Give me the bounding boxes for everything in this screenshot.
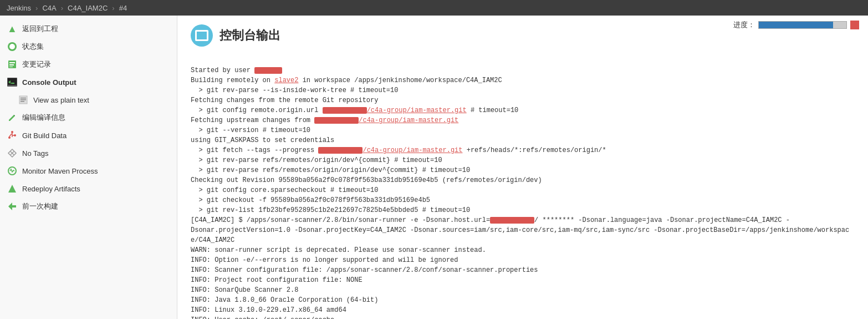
console-output-text: Started by user Building remotely on sla… [191, 55, 855, 319]
svg-rect-11 [21, 98, 26, 99]
sidebar-label-view-plain-text: View as plain text [33, 96, 89, 104]
breadcrumb-c4a[interactable]: C4A [42, 4, 56, 12]
sidebar-label-no-tags: No Tags [22, 149, 48, 158]
svg-rect-12 [21, 99, 26, 100]
svg-marker-26 [8, 202, 16, 210]
sidebar-label-prev-build: 前一次构建 [22, 201, 58, 211]
sidebar-item-status[interactable]: 状态集 [0, 38, 177, 55]
breadcrumb-build[interactable]: #4 [119, 4, 127, 12]
svg-point-1 [9, 44, 15, 49]
svg-rect-9 [11, 83, 14, 84]
status-icon [7, 41, 18, 52]
sidebar-item-console-output[interactable]: Console Output [0, 73, 177, 91]
sidebar-item-no-tags[interactable]: No Tags [0, 144, 177, 162]
monitor-icon [7, 165, 18, 176]
svg-rect-4 [9, 64, 14, 65]
breadcrumb-c4a-iam2c[interactable]: C4A_IAM2C [68, 4, 108, 12]
git-icon [7, 130, 18, 141]
sidebar-label-back-to-project: 返回到工程 [22, 24, 58, 34]
progress-bar-container [758, 21, 847, 29]
sidebar-item-changelog[interactable]: 变更记录 [0, 55, 177, 73]
prev-build-icon [7, 201, 18, 212]
page-title: 控制台输出 [219, 27, 280, 44]
sidebar-label-monitor-maven: Monitor Maven Process [22, 167, 98, 175]
redacted-user [254, 67, 282, 74]
slave2-link[interactable]: slave2 [274, 77, 298, 84]
progress-label: 进度： [733, 20, 755, 30]
progress-indicator [850, 21, 859, 29]
console-output-icon [191, 24, 213, 47]
sidebar-item-redeploy-artifacts[interactable]: Redeploy Artifacts [0, 180, 177, 198]
sidebar-label-edit-build-info: 编辑编译信息 [22, 113, 65, 123]
edit-icon [7, 112, 18, 123]
sidebar-item-view-plain-text[interactable]: View as plain text [0, 91, 177, 109]
svg-rect-13 [21, 101, 24, 102]
sidebar: ▲ 返回到工程 状态集 变更记录 Console Output [0, 16, 177, 319]
sidebar-item-git-build-data[interactable]: Git Build Data [0, 126, 177, 144]
svg-rect-5 [9, 67, 13, 67]
console-icon [7, 77, 18, 88]
no-tags-icon [7, 148, 18, 159]
svg-point-16 [11, 131, 13, 133]
sidebar-item-edit-build-info[interactable]: 编辑编译信息 [0, 109, 177, 126]
sidebar-label-status: 状态集 [22, 42, 44, 52]
git-url-1[interactable]: /c4a-group/iam-master.git [323, 107, 467, 114]
breadcrumb: Jenkins › C4A › C4A_IAM2C › #4 [0, 0, 868, 16]
git-url-3[interactable]: /c4a-group/iam-master.git [318, 146, 462, 154]
svg-point-18 [8, 136, 11, 139]
progress-area: 进度： [733, 20, 859, 30]
svg-marker-14 [9, 115, 15, 121]
sidebar-label-git-build-data: Git Build Data [22, 131, 67, 140]
breadcrumb-jenkins[interactable]: Jenkins [7, 4, 31, 12]
sidebar-label-changelog: 变更记录 [22, 59, 51, 69]
sidebar-label-console-output: Console Output [22, 78, 76, 87]
svg-marker-25 [8, 185, 16, 193]
svg-line-21 [9, 134, 12, 136]
arrow-up-icon: ▲ [7, 23, 18, 34]
sidebar-item-monitor-maven[interactable]: Monitor Maven Process [0, 162, 177, 180]
plain-text-icon [18, 94, 29, 105]
changelog-icon [7, 59, 18, 70]
git-url-2[interactable]: /c4a-group/iam-master.git [314, 117, 458, 124]
svg-rect-3 [9, 62, 15, 63]
main-content: 控制台输出 Started by user Building remotely … [177, 16, 868, 319]
sidebar-item-prev-build[interactable]: 前一次构建 [0, 198, 177, 215]
sidebar-item-back-to-project[interactable]: ▲ 返回到工程 [0, 20, 177, 38]
sonar-url[interactable] [490, 216, 534, 224]
progress-bar-fill [759, 22, 833, 28]
sidebar-label-redeploy-artifacts: Redeploy Artifacts [22, 185, 80, 193]
redeploy-icon [7, 183, 18, 194]
